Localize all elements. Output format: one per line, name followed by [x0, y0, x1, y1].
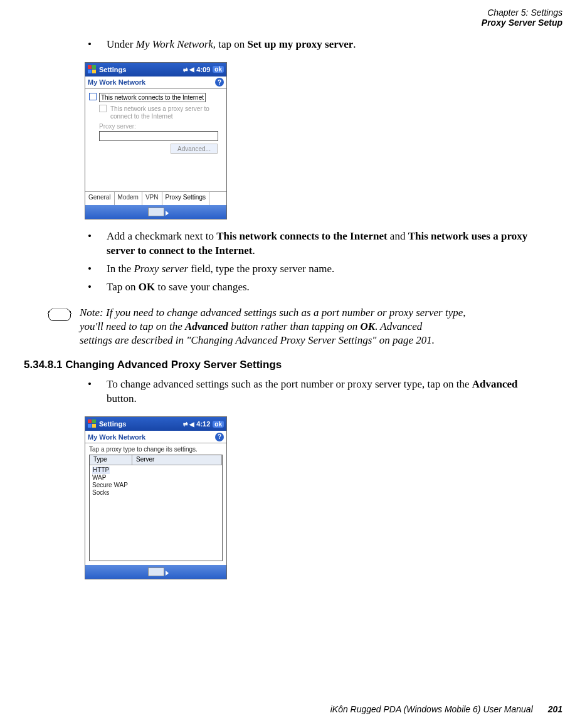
screenshot-proxy-settings: Settings ⇄ ◀︎ 4:09 ok My Work Network ? …	[85, 62, 227, 220]
checkbox-label: This network uses a proxy server to conn…	[109, 105, 223, 120]
bullet-icon: •	[88, 377, 107, 406]
table-row[interactable]: Socks	[92, 489, 219, 497]
titlebar: Settings ⇄ ◀︎ 4:12 ok	[85, 417, 226, 431]
table-row[interactable]: HTTP	[92, 467, 219, 474]
signal-icon: ⇄	[183, 66, 187, 73]
clock: 4:12	[196, 420, 210, 428]
proxy-server-input[interactable]	[99, 131, 218, 141]
section-label: Proxy Server Setup	[482, 18, 562, 28]
signal-icon: ⇄	[183, 421, 187, 427]
titlebar-title: Settings	[99, 66, 183, 73]
ok-button[interactable]: ok	[213, 66, 224, 73]
bullet-icon: •	[88, 262, 107, 277]
table-row[interactable]: WAP	[92, 474, 219, 482]
tab-bar: General Modem VPN Proxy Settings	[85, 191, 226, 205]
page-header: Chapter 5: Settings Proxy Server Setup	[482, 8, 562, 28]
screen-heading: My Work Network ?	[85, 431, 226, 443]
bullet-icon: •	[88, 38, 107, 52]
instruction-text: To change advanced settings such as the …	[107, 377, 550, 406]
instruction-text: In the Proxy server field, type the prox…	[107, 262, 550, 277]
titlebar: Settings ⇄ ◀︎ 4:09 ok	[85, 63, 226, 76]
titlebar-title: Settings	[99, 420, 183, 428]
column-server[interactable]: Server	[132, 455, 222, 465]
volume-icon[interactable]: ◀︎	[189, 66, 194, 73]
ok-button[interactable]: ok	[213, 421, 224, 428]
sip-bar	[85, 565, 226, 579]
advanced-button[interactable]: Advanced...	[171, 144, 218, 154]
table-row[interactable]: Secure WAP	[92, 482, 219, 489]
bullet-icon: •	[88, 229, 107, 258]
proxy-type-table: Type Server HTTP WAP Secure WAP Socks	[89, 455, 223, 561]
keyboard-icon[interactable]	[148, 208, 164, 216]
tab-vpn[interactable]: VPN	[142, 192, 162, 205]
start-icon[interactable]	[88, 419, 97, 428]
help-icon[interactable]: ?	[215, 433, 224, 441]
help-icon[interactable]: ?	[215, 78, 224, 87]
bullet-icon: •	[88, 280, 107, 295]
hint-text: Tap a proxy type to change its settings.	[89, 446, 223, 453]
checkbox-uses-proxy[interactable]	[99, 105, 107, 112]
instruction-text: Under My Work Network, tap on Set up my …	[107, 38, 550, 52]
checkbox-label: This network connects to the Internet	[99, 93, 206, 103]
instruction-text: Tap on OK to save your changes.	[107, 280, 550, 295]
column-type[interactable]: Type	[90, 455, 132, 465]
note-text: Note: If you need to change advanced set…	[80, 306, 550, 347]
proxy-server-label: Proxy server:	[99, 123, 223, 130]
tab-modem[interactable]: Modem	[115, 192, 142, 205]
page-number: 201	[548, 704, 562, 714]
volume-icon[interactable]: ◀︎	[189, 421, 194, 428]
keyboard-icon[interactable]	[148, 567, 164, 576]
screenshot-advanced-proxy: Settings ⇄ ◀︎ 4:12 ok My Work Network ? …	[85, 416, 227, 579]
tab-general[interactable]: General	[85, 192, 115, 205]
start-icon[interactable]	[88, 65, 97, 74]
subsection-heading: 5.34.8.1 Changing Advanced Proxy Server …	[24, 359, 556, 371]
book-title: iKôn Rugged PDA (Windows Mobile 6) User …	[330, 704, 533, 714]
clock: 4:09	[196, 66, 210, 73]
page-footer: iKôn Rugged PDA (Windows Mobile 6) User …	[0, 704, 562, 714]
note-icon	[47, 307, 72, 322]
screen-heading: My Work Network ?	[85, 76, 226, 89]
instruction-text: Add a checkmark next to This network con…	[107, 229, 550, 258]
checkbox-connects-internet[interactable]	[89, 93, 97, 100]
chapter-label: Chapter 5: Settings	[482, 8, 562, 18]
sip-bar	[85, 205, 226, 219]
tab-proxy-settings[interactable]: Proxy Settings	[162, 192, 209, 205]
